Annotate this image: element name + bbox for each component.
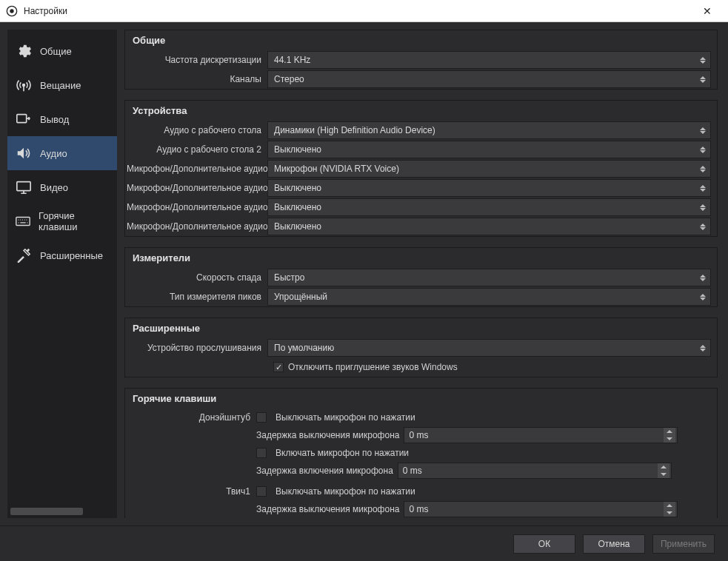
tools-icon [15, 246, 33, 264]
sidebar-item-label: Расширенные [40, 250, 103, 261]
titlebar: Настройки ✕ [0, 0, 728, 22]
antenna-icon [15, 76, 33, 94]
footer: ОК Отмена Применить [0, 525, 728, 561]
gear-icon [15, 42, 33, 60]
sidebar-item-advanced[interactable]: Расширенные [7, 238, 117, 272]
section-meters: Измерители Скорость спада Быстро Тип изм… [124, 247, 718, 307]
mic3-label: Микрофон/Дополнительное аудио 3 [127, 202, 267, 212]
desktop-audio2-select[interactable]: Выключено [267, 141, 711, 158]
keyboard-icon [15, 212, 31, 230]
peak-label: Тип измерителя пиков [127, 292, 267, 302]
monitoring-label: Устройство прослушивания [127, 343, 267, 353]
desktop-audio-select[interactable]: Динамики (High Definition Audio Device) [267, 121, 711, 139]
disable-ducking-label: Отключить приглушение звуков Windows [288, 362, 458, 372]
mic2-select[interactable]: Выключено [267, 179, 711, 197]
source1-mute-delay-input[interactable]: 0 ms [404, 427, 678, 443]
svg-rect-3 [17, 115, 27, 123]
output-icon [15, 110, 33, 128]
sidebar-item-output[interactable]: Вывод [7, 102, 117, 136]
ok-button[interactable]: ОК [513, 534, 575, 554]
section-title-devices: Устройства [127, 101, 715, 121]
channels-label: Каналы [127, 74, 267, 84]
monitor-icon [15, 178, 33, 196]
sample-rate-label: Частота дискретизации [127, 55, 267, 65]
close-button[interactable]: ✕ [692, 5, 722, 17]
source1-unmute-delay-label: Задержка включения микрофона [256, 466, 393, 476]
source2-mute-label: Выключать микрофон по нажатии [275, 486, 415, 497]
source1-mute-label: Выключать микрофон по нажатии [275, 412, 415, 423]
mic3-select[interactable]: Выключено [267, 198, 711, 216]
sidebar-item-label: Вывод [40, 114, 69, 125]
channels-select[interactable]: Стерео [267, 70, 711, 88]
source1-mute-checkbox[interactable] [256, 412, 267, 423]
hotkey-source1-label: Донэйшнтуб [127, 412, 256, 423]
window-title: Настройки [24, 6, 692, 16]
source1-unmute-checkbox[interactable] [256, 448, 267, 458]
content-area: Общие Частота дискретизации 44.1 KHz Кан… [121, 30, 721, 518]
sidebar-item-video[interactable]: Видео [7, 170, 117, 204]
section-title-meters: Измерители [127, 248, 715, 268]
section-title-general: Общие [127, 30, 715, 50]
source2-mute-delay-input[interactable]: 0 ms [404, 501, 678, 517]
sidebar-item-hotkeys[interactable]: Горячие клавиши [7, 204, 117, 238]
mic1-select[interactable]: Микрофон (NVIDIA RTX Voice) [267, 160, 711, 178]
mic4-select[interactable]: Выключено [267, 218, 711, 235]
hotkey-source2-label: Твич1 [127, 486, 256, 497]
section-title-advanced: Расширенные [127, 318, 715, 338]
section-title-hotkeys: Горячие клавиши [127, 389, 715, 409]
apply-button[interactable]: Применить [652, 534, 715, 554]
mic4-label: Микрофон/Дополнительное аудио 4 [127, 221, 267, 232]
source1-mute-delay-label: Задержка выключения микрофона [256, 430, 399, 440]
decay-select[interactable]: Быстро [267, 269, 711, 286]
sidebar-item-label: Общие [40, 46, 72, 57]
monitoring-select[interactable]: По умолчанию [267, 339, 711, 357]
app-icon [6, 5, 18, 17]
sidebar: Общие Вещание Вывод Аудио Видео [7, 30, 117, 518]
section-advanced: Расширенные Устройство прослушивания По … [124, 318, 718, 377]
sidebar-scrollbar[interactable] [10, 508, 114, 515]
source2-mute-delay-label: Задержка выключения микрофона [256, 504, 399, 514]
sidebar-item-stream[interactable]: Вещание [7, 68, 117, 102]
sidebar-item-label: Горячие клавиши [39, 210, 110, 232]
disable-ducking-checkbox[interactable] [273, 362, 284, 372]
section-hotkeys: Горячие клавиши Донэйшнтуб Выключать мик… [124, 388, 718, 518]
speaker-icon [15, 144, 33, 162]
sidebar-item-label: Аудио [40, 148, 67, 159]
svg-rect-5 [16, 218, 30, 226]
source1-unmute-delay-input[interactable]: 0 ms [398, 463, 672, 479]
cancel-button[interactable]: Отмена [583, 534, 645, 554]
desktop-audio-label: Аудио с рабочего стола [127, 125, 267, 135]
section-general: Общие Частота дискретизации 44.1 KHz Кан… [124, 30, 718, 90]
sidebar-item-label: Вещание [40, 80, 81, 91]
source2-mute-checkbox[interactable] [256, 486, 267, 497]
sidebar-item-audio[interactable]: Аудио [7, 136, 117, 170]
sample-rate-select[interactable]: 44.1 KHz [267, 51, 711, 69]
decay-label: Скорость спада [127, 272, 267, 283]
svg-point-1 [10, 9, 13, 13]
sidebar-item-general[interactable]: Общие [7, 34, 117, 68]
peak-select[interactable]: Упрощённый [267, 288, 711, 306]
sidebar-item-label: Видео [40, 182, 68, 193]
section-devices: Устройства Аудио с рабочего стола Динами… [124, 100, 718, 237]
desktop-audio2-label: Аудио с рабочего стола 2 [127, 144, 267, 155]
source1-unmute-label: Включать микрофон по нажатии [275, 448, 409, 458]
svg-rect-4 [17, 182, 30, 191]
mic1-label: Микрофон/Дополнительное аудио [127, 164, 267, 174]
mic2-label: Микрофон/Дополнительное аудио 2 [127, 183, 267, 193]
